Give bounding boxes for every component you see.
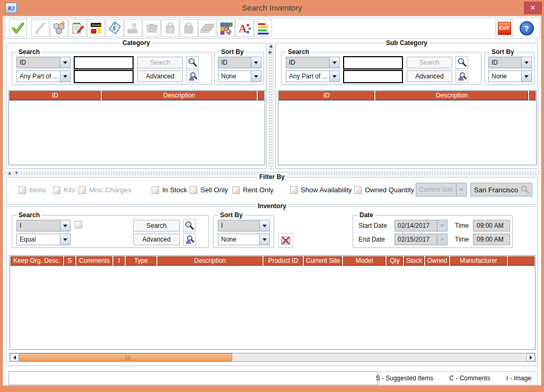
column-header-s[interactable]: S [64,256,75,265]
inventory-match-combo[interactable]: Equal [16,234,71,245]
subcategory-sort-primary-combo[interactable]: ID [488,57,532,68]
column-header-description[interactable]: Description [375,91,528,100]
checkbox-rent-only[interactable]: Rent Only [232,186,274,194]
inventory-search-magnifier-icon[interactable] [183,219,196,232]
inventory-advanced-button[interactable]: Advanced [133,234,180,245]
category-splitter[interactable]: ◀ ▶ [268,43,274,169]
inventory-sort-secondary-combo[interactable]: None [218,234,270,245]
show-availability-checkbox[interactable] [290,186,297,194]
category-sort-primary-combo[interactable]: ID [218,57,261,68]
column-header-description[interactable]: Description [157,256,262,265]
column-header-keep-org-desc[interactable]: Keep Org. Desc. [11,256,63,265]
inventory-search-button[interactable]: Search [133,220,180,231]
combo-value: None [489,71,521,82]
column-header-id[interactable]: ID [279,91,374,100]
column-header-model[interactable]: Model [343,256,385,265]
subcategory-advanced-button[interactable]: Advanced [407,70,452,82]
spheres-help-icon[interactable]: ? [50,19,68,37]
subcategory-search-input-1[interactable] [343,56,403,69]
category-match-combo[interactable]: Any Part of ... [16,70,71,82]
chevron-down-icon[interactable] [329,71,339,82]
category-search-magnifier-icon[interactable] [186,56,199,69]
chevron-down-icon[interactable] [60,234,70,245]
price-tag-icon[interactable]: $ [106,19,124,37]
category-search-input-2[interactable] [74,70,134,83]
category-table-body[interactable] [9,100,265,164]
inventory-table-body[interactable] [10,265,535,349]
collapse-up-icon[interactable]: ▲ [7,171,12,175]
start-time-field: 09:00 AM [473,220,510,231]
collapse-right-icon[interactable]: ▶ [269,50,272,55]
exit-button[interactable]: EXIT [495,19,513,37]
subcategory-search-magnifier-icon[interactable] [455,56,468,69]
inventory-panel: Inventory Search I Equal Search Advanced [6,206,538,366]
chevron-down-icon[interactable] [259,220,269,231]
chevron-down-icon[interactable] [521,57,531,68]
category-sort-secondary-combo[interactable]: None [218,70,261,82]
confirm-check-icon[interactable] [9,19,27,37]
close-button[interactable]: ✕ [524,2,542,14]
notepad-edit-icon[interactable] [68,19,86,37]
inventory-search-checkbox[interactable] [75,221,82,228]
chevron-down-icon[interactable] [60,220,70,231]
column-header-current-site[interactable]: Current Site [304,256,342,265]
column-header-product-id[interactable]: Product ID [264,256,303,265]
font-color-icon[interactable]: A [235,19,253,37]
column-header-qty[interactable]: Qty [387,256,403,265]
chevron-down-icon[interactable] [251,57,261,68]
date-legend: Date [357,211,375,219]
sell-only-checkbox[interactable] [190,186,197,194]
column-header-filler [529,91,536,100]
in-stock-checkbox[interactable] [152,186,159,194]
column-header-owned[interactable]: Owned [425,256,449,265]
end-date-combo: 02/15/2017 [394,234,448,245]
chevron-down-icon[interactable] [60,71,70,82]
column-header-type[interactable]: Type [126,256,156,265]
inventory-sort-primary-combo[interactable]: I [218,220,270,231]
checkbox-owned-quantity[interactable]: Owned Quantity [354,186,414,194]
checkbox-show-availability[interactable]: Show Availability [290,186,352,194]
scroll-thumb[interactable] [19,353,232,361]
subcategory-sort-secondary-combo[interactable]: None [488,70,532,82]
date-group: Date Start Date 02/14/2017 Time 09:00 AM… [353,215,513,248]
notes-input[interactable] [8,371,378,385]
chevron-down-icon[interactable] [521,71,531,82]
column-header-i[interactable]: I [113,256,125,265]
rent-only-checkbox[interactable] [232,186,240,194]
subcategory-search-field-combo[interactable]: ID [286,57,340,68]
category-advanced-button[interactable]: Advanced [137,70,183,82]
chevron-down-icon[interactable] [259,234,269,245]
category-search-input-1[interactable] [74,56,134,69]
category-advanced-search-icon[interactable] [186,70,199,83]
chevron-down-icon[interactable] [251,71,261,82]
collapse-left-icon[interactable]: ◀ [269,44,272,49]
column-header-manufacturer[interactable]: Manufacturer [450,256,507,265]
subcategory-advanced-search-icon[interactable] [455,70,468,83]
sort-bars-icon[interactable] [254,19,272,37]
column-header-stock[interactable]: Stock [404,256,424,265]
footer-legend: S - Suggested Items C - Comments I - Ima… [379,371,538,385]
subcategory-table-body[interactable] [278,100,536,164]
inventory-search-field-combo[interactable]: I [16,220,71,231]
category-search-field-combo[interactable]: ID [16,57,71,68]
color-grid-cursor-icon[interactable] [217,19,235,37]
chevron-down-icon[interactable] [329,57,339,68]
inventory-advanced-search-icon[interactable] [183,233,196,246]
checkbox-sell-only[interactable]: Sell Only [190,186,228,194]
clear-grid-icon[interactable] [278,233,293,248]
scroll-left-arrow[interactable] [10,353,19,361]
chevron-down-icon[interactable] [60,57,70,68]
inventory-h-scrollbar[interactable] [10,353,536,362]
asset-icon[interactable]: Asset [87,19,105,37]
scroll-right-arrow[interactable] [527,353,535,361]
help-icon[interactable]: ? [517,19,536,37]
owned-quantity-checkbox[interactable] [354,186,362,194]
subcategory-match-combo[interactable]: Any Part of ... [286,70,340,82]
column-header-comments[interactable]: Comments [76,256,112,265]
subcategory-search-input-2[interactable] [343,70,403,83]
column-header-id[interactable]: ID [10,91,101,100]
column-header-description[interactable]: Description [102,91,257,100]
collapse-down-icon[interactable]: ▼ [14,171,19,175]
checkbox-in-stock[interactable]: In Stock [152,186,187,194]
end-date-label: End Date [358,236,385,243]
